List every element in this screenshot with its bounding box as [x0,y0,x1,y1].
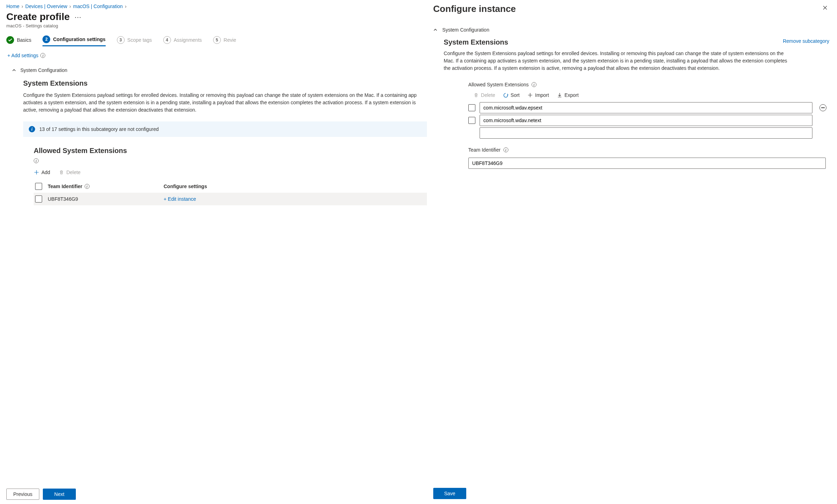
list-item [468,127,829,139]
toolbar-label: Delete [66,170,80,175]
toolbar-label: Add [41,170,50,175]
breadcrumb-item-home[interactable]: Home [6,4,19,9]
wizard-steps: Basics 2 Configuration settings 3 Scope … [6,35,427,46]
table-row: UBF8T346G9 + Edit instance [34,193,427,205]
row-checkbox[interactable] [35,195,42,203]
step-number-icon: 5 [213,36,221,44]
subsection-title-system-extensions: System Extensions [23,79,423,87]
wizard-step-review[interactable]: 5 Revie [213,36,236,46]
step-number-icon: 4 [163,36,171,44]
plus-icon [34,170,39,175]
list-sort-button[interactable]: Sort [503,92,520,98]
section-header-label: System Configuration [20,67,67,73]
panel-description: Configure the System Extensions payload … [433,50,829,72]
info-banner: i 13 of 17 settings in this subcategory … [23,121,427,137]
info-icon[interactable]: i [40,53,45,58]
chevron-up-icon [12,68,16,72]
toolbar-label: Export [565,92,579,98]
list-item [468,115,829,126]
wizard-step-label: Assignments [174,37,202,43]
wizard-step-label: Basics [17,37,31,43]
breadcrumb: Home › Devices | Overview › macOS | Conf… [6,4,427,9]
wizard-step-scope-tags[interactable]: 3 Scope tags [117,36,152,46]
wizard-step-configuration[interactable]: 2 Configuration settings [42,35,105,46]
edit-instance-link[interactable]: + Edit instance [164,196,196,202]
remove-subcategory-link[interactable]: Remove subcategory [783,38,829,44]
column-header-configure: Configure settings [164,184,207,189]
select-all-checkbox[interactable] [35,183,42,190]
list-item [468,102,829,113]
panel-section-label: System Configuration [442,27,489,33]
breadcrumb-item-devices[interactable]: Devices | Overview [25,4,67,9]
list-export-button[interactable]: Export [557,92,579,98]
section-header-system-config[interactable]: System Configuration [12,67,427,73]
add-button[interactable]: Add [34,170,50,175]
step-number-icon: 3 [117,36,125,44]
info-icon: i [29,126,35,132]
breadcrumb-item-macos[interactable]: macOS | Configuration [73,4,123,9]
toolbar-label: Sort [510,92,520,98]
panel-section-header[interactable]: System Configuration [433,27,829,33]
check-icon [6,36,14,44]
previous-button[interactable]: Previous [6,489,39,500]
info-banner-text: 13 of 17 settings in this subcategory ar… [39,126,159,132]
panel-subsection-title: System Extensions [444,38,508,46]
cell-team-id: UBF8T346G9 [48,196,164,202]
close-button[interactable] [821,4,829,12]
list-item-checkbox[interactable] [468,104,475,111]
list-import-button[interactable]: Import [527,92,549,98]
allowed-extensions-title: Allowed System Extensions [34,147,427,155]
team-id-input[interactable] [468,158,826,169]
next-button[interactable]: Next [43,489,76,500]
wizard-step-label: Configuration settings [53,37,105,42]
team-id-label: Team Identifier [468,147,501,153]
info-icon[interactable]: i [503,147,508,152]
toolbar-label: Delete [481,92,495,98]
info-icon[interactable]: i [532,82,536,87]
extension-id-input[interactable] [480,102,812,113]
wizard-step-assignments[interactable]: 4 Assignments [163,36,202,46]
wizard-step-label: Scope tags [127,37,152,43]
sort-icon [503,92,508,98]
delete-button[interactable]: Delete [59,170,80,175]
page-subtitle: macOS - Settings catalog [6,23,427,28]
info-icon[interactable]: i [34,158,39,163]
chevron-up-icon [433,28,437,32]
panel-title: Configure instance [433,4,516,14]
info-icon[interactable]: i [85,184,90,189]
chevron-right-icon: › [21,4,23,9]
subsection-description: Configure the System Extensions payload … [23,92,423,114]
trash-icon [59,170,64,175]
allowed-extensions-label: Allowed System Extensions [468,82,529,87]
page-title: Create profile [6,11,70,22]
list-item-checkbox[interactable] [468,117,475,124]
extension-id-input-empty[interactable] [480,127,812,139]
wizard-step-basics[interactable]: Basics [6,36,31,46]
download-icon [557,92,562,98]
plus-icon [527,92,533,98]
column-header-team-id[interactable]: Team Identifier [48,184,83,189]
remove-item-button[interactable] [819,104,826,111]
list-delete-button[interactable]: Delete [473,92,495,98]
extension-id-input[interactable] [480,115,812,126]
configure-instance-panel: Configure instance System Configuration … [427,0,837,504]
trash-icon [473,92,479,98]
save-button[interactable]: Save [433,488,466,499]
step-number-icon: 2 [42,35,50,43]
wizard-step-label: Revie [224,37,236,43]
toolbar-label: Import [535,92,549,98]
more-actions-button[interactable]: ··· [75,15,82,19]
add-settings-label: + Add settings [7,53,38,58]
chevron-right-icon: › [70,4,71,9]
chevron-right-icon: › [125,4,127,9]
add-settings-button[interactable]: + Add settings i [7,53,427,58]
